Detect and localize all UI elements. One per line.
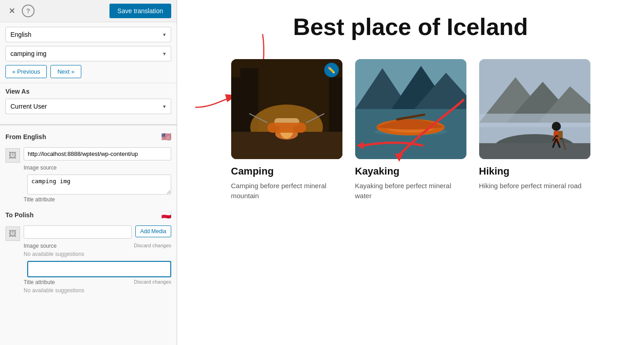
kayaking-img-svg	[355, 59, 466, 159]
svg-rect-38	[558, 131, 563, 138]
from-image-placeholder: 🖼	[5, 148, 20, 163]
to-title-suggestion-text: No available suggestions	[24, 287, 171, 294]
svg-point-32	[552, 122, 561, 131]
to-title-discard-link[interactable]: Discard changes	[134, 279, 171, 285]
card-kayaking: Kayaking Kayaking before perfect mineral…	[355, 59, 466, 201]
to-image-suggestion-text: No available suggestions	[24, 251, 171, 257]
cards-grid: ✏️ Camping Camping before perfect minera…	[195, 59, 626, 201]
item-select[interactable]: camping img hiking img kayaking img	[5, 46, 171, 61]
from-section-header: From English 🇺🇸	[5, 132, 171, 142]
card-image-hiking	[479, 59, 590, 159]
to-image-discard-link[interactable]: Discard changes	[134, 243, 171, 249]
hiking-img-svg	[479, 59, 590, 159]
card-title-camping: Camping	[231, 165, 342, 177]
from-image-source-input[interactable]	[24, 147, 171, 160]
to-image-source-label: Image source	[24, 243, 57, 249]
language-select-wrapper: English French German Spanish	[5, 27, 171, 42]
to-section-header: To Polish 🇵🇱	[5, 210, 171, 220]
view-as-section: View As Current User Subscriber Editor A…	[0, 83, 177, 125]
controls-section: English French German Spanish camping im…	[0, 22, 177, 83]
from-title-attribute-textarea[interactable]: camping img	[27, 175, 171, 195]
item-select-wrapper: camping img hiking img kayaking img	[5, 46, 171, 61]
card-image-camping: ✏️	[231, 59, 342, 159]
to-section-title: To Polish	[5, 211, 34, 219]
svg-rect-31	[479, 143, 590, 159]
svg-rect-29	[479, 114, 590, 127]
card-image-kayaking	[355, 59, 466, 159]
from-title-attribute-label: Title attribute	[24, 196, 171, 203]
from-section-title: From English	[5, 133, 46, 140]
view-as-select-wrapper: Current User Subscriber Editor Administr…	[5, 99, 171, 114]
card-title-hiking: Hiking	[479, 165, 590, 177]
to-section: To Polish 🇵🇱 🖼 Add Media Image source Di…	[5, 210, 171, 294]
previous-button[interactable]: « Previous	[5, 65, 47, 78]
next-button[interactable]: Next »	[50, 65, 81, 78]
card-desc-camping: Camping before perfect mineral mountain	[231, 181, 342, 201]
card-desc-hiking: Hiking before perfect mineral road	[479, 181, 590, 191]
edit-icon-button[interactable]: ✏️	[324, 63, 339, 77]
card-camping: ✏️ Camping Camping before perfect minera…	[231, 59, 342, 201]
add-media-button[interactable]: Add Media	[135, 225, 171, 237]
page-title: Best place of Iceland	[195, 14, 626, 41]
to-image-source-input[interactable]	[24, 225, 132, 239]
language-select[interactable]: English French German Spanish	[5, 27, 171, 42]
svg-rect-13	[268, 123, 306, 133]
to-image-source-row: 🖼 Add Media	[5, 225, 171, 241]
from-flag: 🇺🇸	[161, 132, 171, 142]
close-button[interactable]: ✕	[5, 5, 18, 17]
card-hiking: Hiking Hiking before perfect mineral roa…	[479, 59, 590, 201]
card-desc-kayaking: Kayaking before perfect mineral water	[355, 181, 466, 201]
top-bar: ✕ ? Save translation	[0, 0, 177, 22]
help-button[interactable]: ?	[22, 5, 35, 17]
card-title-kayaking: Kayaking	[355, 165, 466, 177]
main-content: Best place of Iceland	[177, 0, 644, 345]
from-image-source-row: 🖼	[5, 147, 171, 163]
from-image-source-label: Image source	[24, 165, 171, 171]
to-image-placeholder: 🖼	[5, 226, 20, 241]
left-panel: ✕ ? Save translation English French Germ…	[0, 0, 177, 345]
to-title-attribute-label: Title attribute	[24, 279, 55, 285]
to-flag: 🇵🇱	[161, 210, 171, 220]
view-as-label: View As	[5, 88, 171, 95]
nav-buttons: « Previous Next »	[5, 65, 171, 78]
to-title-attribute-input[interactable]	[27, 261, 171, 277]
to-title-attribute-row	[5, 261, 171, 277]
translation-section: From English 🇺🇸 🖼 Image source camping i…	[0, 125, 177, 345]
save-translation-button[interactable]: Save translation	[109, 4, 171, 18]
view-as-select[interactable]: Current User Subscriber Editor Administr…	[5, 99, 171, 114]
from-title-attribute-row: camping img	[5, 175, 171, 195]
